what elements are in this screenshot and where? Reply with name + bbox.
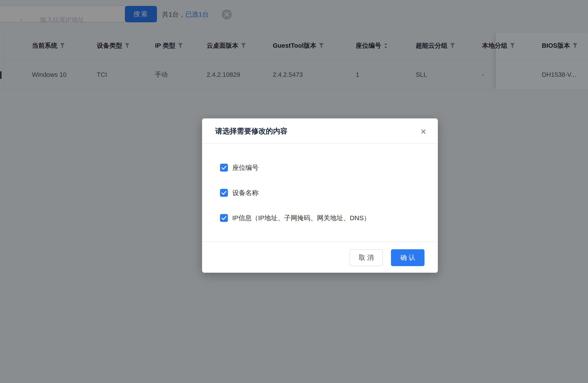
checkbox-checked[interactable]	[220, 214, 228, 222]
dialog-title: 请选择需要修改的内容	[215, 118, 287, 144]
cancel-button[interactable]: 取 消	[350, 249, 383, 266]
option-label: IP信息（IP地址、子网掩码、网关地址、DNS）	[232, 214, 370, 222]
option-ip-info[interactable]: IP信息（IP地址、子网掩码、网关地址、DNS）	[220, 214, 370, 222]
dialog-close-icon[interactable]: ×	[418, 126, 429, 137]
option-seat-number[interactable]: 座位编号	[220, 163, 258, 172]
confirm-button[interactable]: 确 认	[391, 249, 424, 266]
modify-content-dialog: 请选择需要修改的内容 × 座位编号 设备名称 IP信息（IP地址、子网掩码、网关…	[202, 118, 438, 273]
check-icon	[220, 164, 228, 172]
checkbox-checked[interactable]	[220, 164, 228, 172]
option-label: 座位编号	[232, 163, 258, 172]
option-device-name[interactable]: 设备名称	[220, 188, 258, 197]
check-icon	[220, 189, 228, 197]
dialog-header: 请选择需要修改的内容 ×	[202, 118, 438, 144]
dialog-footer-divider	[202, 242, 438, 242]
option-label: 设备名称	[232, 188, 258, 197]
check-icon	[220, 214, 228, 222]
checkbox-checked[interactable]	[220, 189, 228, 197]
